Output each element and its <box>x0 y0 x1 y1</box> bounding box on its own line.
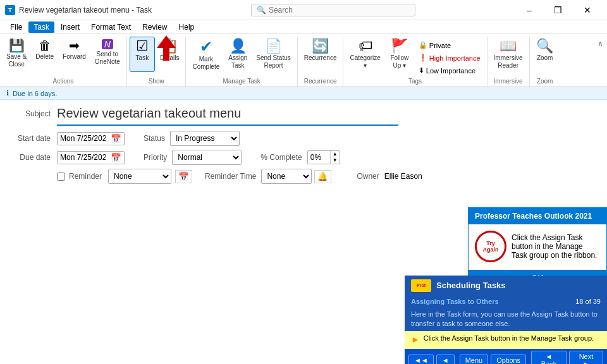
due-date-field[interactable] <box>58 152 108 163</box>
delete-button[interactable]: 🗑 Delete <box>32 37 58 72</box>
status-select[interactable]: In Progress Not Started Completed <box>170 131 240 146</box>
forward-label: Forward <box>63 53 86 61</box>
zoom-icon: 🔍 <box>536 39 553 53</box>
recurrence-label: Recurrence <box>304 54 337 62</box>
details-button[interactable]: 📋 Details <box>156 37 183 72</box>
search-box[interactable]: 🔍 <box>251 4 415 16</box>
mark-complete-button[interactable]: ✔ MarkComplete <box>188 37 223 72</box>
bp-body-text: Here in the Task form, you can use the A… <box>411 310 598 327</box>
high-importance-label: High Importance <box>429 54 481 62</box>
menu-format-text[interactable]: Format Text <box>86 21 136 33</box>
send-to-onenote-button[interactable]: N Send toOneNote <box>91 37 124 72</box>
bp-subtitle-row: Assigning Tasks to Others 18 of 39 <box>405 296 607 307</box>
due-date-input[interactable]: 📅 <box>57 151 125 164</box>
menu-task[interactable]: Task <box>28 21 54 33</box>
percent-label: % Complete <box>261 153 302 162</box>
owner-label: Owner <box>357 172 379 181</box>
immersive-reader-label: ImmersiveReader <box>494 54 523 70</box>
nav-prev-prev-button[interactable]: ◄◄ <box>408 355 434 364</box>
priority-label: Priority <box>144 153 167 162</box>
follow-up-button[interactable]: 🚩 FollowUp ▾ <box>386 37 414 72</box>
menu-insert[interactable]: Insert <box>56 21 85 33</box>
popup-header: Professor Teaches Outlook 2021 <box>469 208 606 224</box>
send-status-report-button[interactable]: 📄 Send StatusReport <box>252 37 294 72</box>
private-button[interactable]: 🔒 Private <box>415 39 484 51</box>
send-status-label: Send StatusReport <box>256 54 290 70</box>
low-importance-icon: ⬇ <box>419 66 424 75</box>
categorize-button[interactable]: 🏷 Categorize▾ <box>346 37 384 72</box>
zoom-label: Zoom <box>537 54 553 62</box>
menu-review[interactable]: Review <box>137 21 172 33</box>
bp-highlight: ► Click the Assign Task button in the Ma… <box>405 331 607 349</box>
status-label: Status <box>144 134 165 143</box>
task-button[interactable]: ☑ Task <box>130 37 155 72</box>
nav-menu-button[interactable]: Menu <box>460 355 489 364</box>
high-importance-button[interactable]: ❗ High Importance <box>415 52 484 64</box>
categorize-icon: 🏷 <box>359 39 372 53</box>
reminder-date-select[interactable]: None <box>108 169 171 184</box>
maximize-button[interactable]: ❐ <box>544 0 573 20</box>
nav-prev-button[interactable]: ◄ <box>436 355 455 364</box>
low-importance-label: Low Importance <box>426 67 475 75</box>
immersive-reader-button[interactable]: 📖 ImmersiveReader <box>490 37 527 72</box>
bottom-panel-sub: Assigning Tasks to Others 18 of 39 Here … <box>405 296 607 349</box>
menu-file[interactable]: File <box>5 21 27 33</box>
follow-up-icon: 🚩 <box>391 39 408 53</box>
start-date-picker-button[interactable]: 📅 <box>108 133 124 145</box>
subject-row: Subject Review vegetarian takeout menu <box>13 106 594 121</box>
tags-group-label: Tags <box>408 76 422 87</box>
info-bar: ℹ Due in 6 days. <box>0 87 607 100</box>
popup-body-text: Click the Assign Task button in the Mana… <box>512 233 600 260</box>
low-importance-button[interactable]: ⬇ Low Importance <box>415 64 484 76</box>
due-date-picker-button[interactable]: 📅 <box>108 152 124 164</box>
reminder-checkbox-label[interactable]: Reminder <box>57 172 102 181</box>
minimize-button[interactable]: – <box>515 0 544 20</box>
immersive-reader-icon: 📖 <box>500 39 517 53</box>
search-icon: 🔍 <box>257 6 266 15</box>
save-close-label: Save &Close <box>6 53 27 68</box>
save-close-icon: 💾 <box>9 39 25 52</box>
reminder-time-select[interactable]: None <box>261 169 312 184</box>
recurrence-button[interactable]: 🔄 Recurrence <box>300 37 341 72</box>
zoom-button[interactable]: 🔍 Zoom <box>532 37 558 72</box>
high-importance-icon: ❗ <box>419 54 427 62</box>
ribbon-group-recurrence: 🔄 Recurrence Recurrence <box>298 37 344 87</box>
percent-down-button[interactable]: ▼ <box>331 157 340 164</box>
start-date-input[interactable]: 📅 <box>57 132 125 145</box>
reminder-bell-button[interactable]: 🔔 <box>314 170 331 183</box>
nav-back-button[interactable]: ◄ Back <box>531 351 567 364</box>
bottom-panel: Prof Scheduling Tasks Assigning Tasks to… <box>405 276 607 364</box>
private-label: Private <box>429 42 451 49</box>
save-close-button[interactable]: 💾 Save &Close <box>3 37 30 72</box>
nav-options-button[interactable]: Options <box>491 355 526 364</box>
recurrence-icon: 🔄 <box>312 39 329 53</box>
close-button[interactable]: ✕ <box>573 0 602 20</box>
ribbon-collapse-button[interactable]: ∧ <box>594 38 607 49</box>
forward-button[interactable]: ➡ Forward <box>59 37 90 72</box>
assign-task-button[interactable]: 👤 AssignTask <box>224 37 251 72</box>
start-date-row: Start date 📅 Status In Progress Not Star… <box>13 131 594 146</box>
start-date-label: Start date <box>13 134 57 143</box>
menu-help[interactable]: Help <box>174 21 200 33</box>
popup-panel: Professor Teaches Outlook 2021 TryAgain … <box>468 207 607 286</box>
priority-select[interactable]: Normal High Low <box>172 150 242 165</box>
nav-next-button[interactable]: Next ► <box>569 351 603 364</box>
title-bar: T Review vegetarian takeout menu - Task … <box>0 0 607 20</box>
reminder-text: Reminder <box>69 172 102 181</box>
percent-up-button[interactable]: ▲ <box>331 151 340 157</box>
percent-complete-input[interactable]: ▲ ▼ <box>307 150 340 164</box>
reminder-calendar-button[interactable]: 📅 <box>175 170 192 183</box>
reminder-checkbox[interactable] <box>57 173 65 181</box>
recurrence-group-label: Recurrence <box>304 76 337 87</box>
percent-field[interactable] <box>308 152 330 163</box>
info-icon: ℹ <box>6 89 9 97</box>
zoom-group-label: Zoom <box>537 76 553 87</box>
start-date-field[interactable] <box>58 133 108 144</box>
search-input[interactable] <box>269 6 408 15</box>
task-label: Task <box>136 54 149 62</box>
due-date-label: Due date <box>13 153 57 162</box>
details-label: Details <box>160 54 180 62</box>
ribbon-group-manage-task: ✔ MarkComplete 👤 AssignTask 📄 Send Statu… <box>186 37 297 87</box>
follow-up-label: FollowUp ▾ <box>390 54 408 70</box>
menu-bar: File Task Insert Format Text Review Help <box>0 20 607 34</box>
